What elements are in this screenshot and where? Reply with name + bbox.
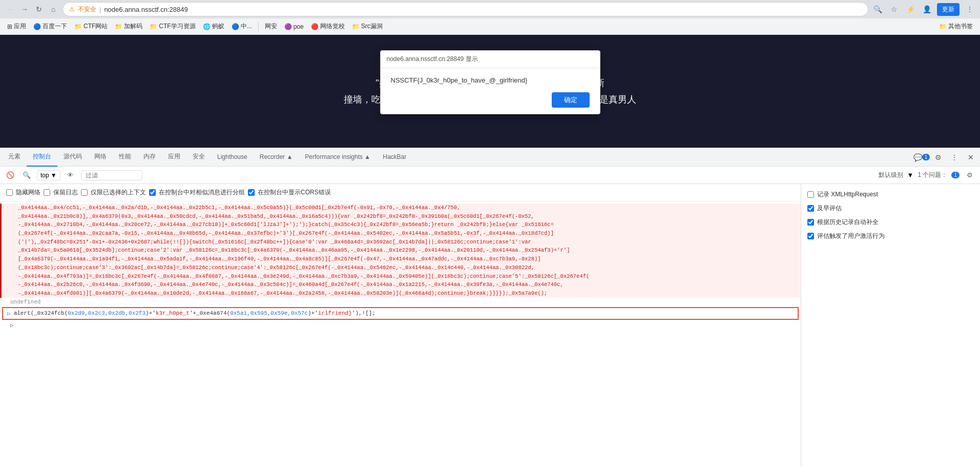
xml-http-checkbox[interactable] — [807, 191, 814, 198]
poe-icon: 🟣 — [284, 23, 292, 30]
filter-toggle-button[interactable]: 🔍 — [20, 169, 33, 181]
tab-memory[interactable]: 内存 — [137, 148, 162, 167]
code-line-4: (_0x267e4f(-_0x4144aa._0x2caa7a,-0x15,-_… — [0, 229, 801, 238]
bookmark-poe[interactable]: 🟣 poe — [281, 22, 307, 31]
tab-performance-insights[interactable]: Performance insights ▲ — [299, 148, 377, 167]
console-toolbar: 🚫 🔍 top ▼ 👁 默认级别 ▼ 1 个问题： 1 ⚙ — [0, 167, 980, 184]
apps-label: 应用 — [14, 22, 26, 31]
preserve-log-label: 保留日志 — [53, 188, 78, 197]
extension-button[interactable]: ⚡ — [904, 3, 916, 15]
code-line-8: (_0x18bc3c);continue;case'3':_0x3692ac[_… — [0, 263, 801, 272]
code-area: _0x4144aa._0x4/cc51,-_0x4144aa._0x2a/d1b… — [0, 201, 801, 332]
filter-input[interactable] — [81, 170, 142, 180]
bookmark-school[interactable]: 🔴 网络觉校 — [308, 21, 348, 32]
devtools-tabs: 元素 控制台 源代码 网络 性能 内存 应用 安全 Lighthouse Rec… — [0, 148, 980, 167]
cors-errors-checkbox[interactable] — [248, 189, 255, 196]
xml-http-label: 记录 XMLHttpRequest — [817, 190, 878, 199]
eager-eval-label: 及早评估 — [817, 204, 842, 213]
console-settings-button[interactable]: ⚙ — [964, 169, 976, 181]
bookmark-ctf-resources[interactable]: 📁 CTF学习资源 — [147, 21, 198, 32]
console-left-panel: 隐藏网络 保留日志 仅限已选择的上下文 在控制台中对相似消息进行分组 在控制台中… — [0, 184, 801, 467]
option-eager-eval[interactable]: 及早评估 — [807, 204, 974, 213]
tab-hackbar[interactable]: HackBar — [377, 148, 412, 167]
search-button[interactable]: 🔍 — [871, 3, 884, 15]
forward-button[interactable]: → — [18, 3, 31, 15]
separator — [258, 22, 259, 31]
decode-icon: 📁 — [115, 23, 122, 30]
wangan-label: 网安 — [265, 22, 277, 31]
autocomplete-checkbox[interactable] — [807, 219, 814, 226]
more-button[interactable]: ⋮ — [947, 150, 962, 165]
context-selector[interactable]: top ▼ — [37, 170, 60, 180]
settings-button[interactable]: ⚙ — [931, 150, 945, 165]
preserve-log-checkbox[interactable] — [44, 189, 50, 196]
school-label: 网络觉校 — [320, 22, 345, 31]
bookmark-mid[interactable]: 🔵 中... — [228, 21, 255, 32]
security-warning: ⚠ — [69, 6, 75, 13]
tab-elements[interactable]: 元素 — [2, 148, 27, 167]
user-activation-checkbox[interactable] — [807, 233, 814, 239]
group-similar-checkbox[interactable] — [149, 189, 156, 196]
option-autocomplete[interactable]: 根据历史记录自动补全 — [807, 218, 974, 227]
alert-ok-button[interactable]: 确定 — [552, 92, 590, 108]
other-label: 其他书签 — [948, 22, 973, 31]
profile-button[interactable]: 👤 — [921, 3, 933, 15]
alert-title: node6.anna.nssctf.cn:28849 显示 — [387, 55, 478, 63]
code-line-6: _0x14b7da=_0x5a0618[_0x3524db];continue;… — [0, 246, 801, 255]
decode-label: 加解码 — [124, 22, 142, 31]
code-line-10: -_0x4144aa._0x2b26c0,-_0x4144aa._0x4f369… — [0, 280, 801, 289]
tab-console[interactable]: 控制台 — [27, 148, 57, 167]
bookmark-ant[interactable]: 🌐 蚂蚁 — [200, 21, 227, 32]
bookmark-ctf[interactable]: 📁 CTF网站 — [71, 21, 111, 32]
url-separator: | — [99, 6, 101, 13]
ctf-res-icon: 📁 — [150, 23, 157, 30]
option-selected-context[interactable]: 仅限已选择的上下文 — [81, 188, 146, 197]
option-xml-http[interactable]: 记录 XMLHttpRequest — [807, 190, 974, 199]
bookmark-wangan[interactable]: 网安 — [262, 21, 280, 32]
ant-icon: 🌐 — [203, 23, 211, 30]
update-button[interactable]: 更新 — [937, 3, 960, 16]
option-preserve-log[interactable]: 保留日志 — [44, 188, 78, 197]
url-text: 不安全 — [78, 5, 96, 14]
eye-button[interactable]: 👁 — [65, 169, 77, 181]
tab-security[interactable]: 安全 — [186, 148, 211, 167]
browser-chrome: ← → ↻ ⌂ ⚠ 不安全 | node6.anna.nssctf.cn:288… — [0, 0, 980, 35]
alert-dialog: node6.anna.nssctf.cn:28849 显示 NSSCTF{J_0… — [380, 50, 600, 114]
feedback-button[interactable]: 💬 1 — [914, 150, 929, 165]
issues-label: 1 个问题： — [918, 171, 947, 179]
close-devtools-button[interactable]: ✕ — [964, 150, 978, 165]
bookmark-decode[interactable]: 📁 加解码 — [112, 21, 145, 32]
tab-performance[interactable]: 性能 — [113, 148, 137, 167]
context-label: top — [40, 172, 49, 179]
option-cors-errors[interactable]: 在控制台中显示CORS错误 — [248, 188, 331, 197]
tab-sources[interactable]: 源代码 — [57, 148, 88, 167]
bookmark-baidu[interactable]: 🔵 百度一下 — [30, 21, 70, 32]
reload-button[interactable]: ↻ — [33, 3, 45, 15]
bookmark-other[interactable]: 📁 其他书签 — [936, 21, 976, 32]
tab-recorder[interactable]: Recorder ▲ — [254, 148, 299, 167]
code-line-7: [_0x4a6379(-_0x4144aa._0x1a94f1,-_0x4144… — [0, 255, 801, 263]
game-area: "提示：空格键跳跃/下蹲，方向键控制跳跃方向，F5刷新 撞墙，吃到自己，吃到果子… — [0, 35, 980, 148]
tab-network[interactable]: 网络 — [88, 148, 113, 167]
cors-errors-label: 在控制台中显示CORS错误 — [258, 188, 331, 197]
tab-lighthouse[interactable]: Lighthouse — [211, 148, 254, 167]
menu-button[interactable]: ⋮ — [964, 3, 976, 15]
clear-console-button[interactable]: 🚫 — [4, 169, 16, 181]
tab-application[interactable]: 应用 — [162, 148, 186, 167]
option-user-activation[interactable]: 评估触发了用户激活行为 — [807, 232, 974, 240]
selected-context-checkbox[interactable] — [81, 189, 88, 196]
hide-network-checkbox[interactable] — [6, 189, 13, 196]
bookmark-src[interactable]: 📁 Src漏洞 — [349, 21, 386, 32]
back-button[interactable]: ← — [4, 3, 16, 15]
eager-eval-checkbox[interactable] — [807, 205, 814, 212]
bookmark-apps[interactable]: ⊞ 应用 — [4, 21, 29, 32]
code-input-content: alert(_0x324fcb(0x2d9,0x2c3,0x2db,0x2f3)… — [14, 310, 794, 316]
option-hide-network[interactable]: 隐藏网络 — [6, 188, 40, 197]
level-selector-label: 默认级别 — [879, 171, 903, 179]
home-button[interactable]: ⌂ — [47, 3, 59, 15]
bookmark-button[interactable]: ☆ — [888, 3, 900, 15]
devtools-tab-right: 💬 1 ⚙ ⋮ ✕ — [914, 150, 978, 165]
option-group-similar[interactable]: 在控制台中对相似消息进行分组 — [149, 188, 245, 197]
address-bar[interactable]: ⚠ 不安全 | node6.anna.nssctf.cn:28849 — [62, 2, 868, 16]
issues-badge: 1 — [951, 172, 960, 178]
